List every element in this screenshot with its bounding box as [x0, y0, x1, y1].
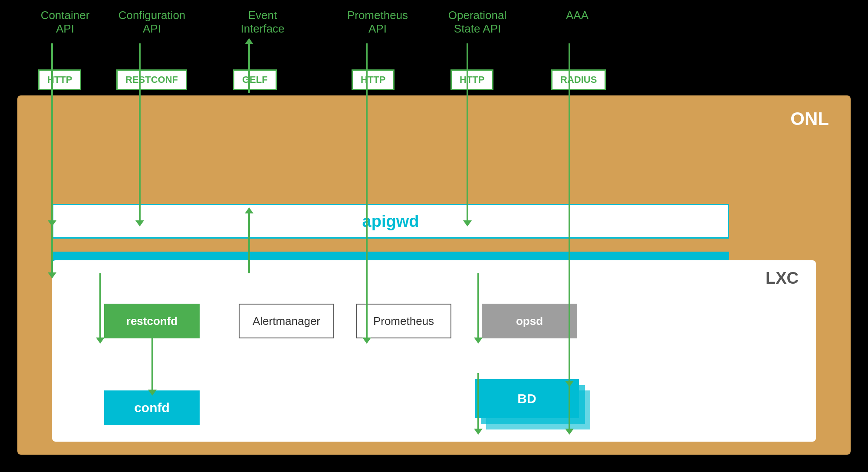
api-label-prometheus: Prometheus API	[343, 9, 412, 36]
alertmanager-box: Alertmanager	[239, 304, 334, 338]
radius-label: RADIUS	[560, 74, 597, 85]
event-interface-text: Event Interface	[230, 9, 295, 36]
api-label-aaa: AAA	[556, 9, 599, 22]
arrow-apigwd-to-ctrld	[51, 221, 53, 273]
bd-box-1: BD	[475, 379, 579, 418]
arrow-ctrld-to-restconfd	[99, 273, 101, 338]
api-label-container: Container API	[35, 9, 95, 36]
configuration-api-text: Configuration API	[117, 9, 187, 36]
http2-label: HTTP	[361, 74, 385, 85]
arrow-opsd-to-bd	[477, 373, 479, 429]
arrow-ctrld-to-opsd	[477, 273, 479, 338]
api-label-configuration: Configuration API	[117, 9, 187, 36]
http2-box: HTTP	[352, 69, 395, 90]
lxc-section: LXC restconfd Alertmanager Prometheus op…	[52, 260, 816, 442]
api-label-event: Event Interface	[230, 9, 295, 36]
prometheus-api-text: Prometheus API	[343, 9, 412, 36]
lxc-label: LXC	[766, 269, 799, 288]
arrow-ctrld-event-up	[248, 213, 250, 273]
opsd-box: opsd	[482, 304, 577, 338]
bd-label: BD	[517, 391, 536, 406]
restconf-box: RESTCONF	[116, 69, 187, 90]
restconfd-label: restconfd	[126, 315, 178, 328]
bd-stack: BD	[473, 377, 595, 438]
alertmanager-label: Alertmanager	[253, 315, 320, 328]
aaa-text: AAA	[566, 9, 589, 22]
http3-label: HTTP	[460, 74, 484, 85]
arrow-ctrld-to-prometheus	[366, 273, 368, 338]
opsd-label: opsd	[516, 315, 543, 328]
arrow-operational-api	[467, 43, 468, 221]
confd-box: confd	[104, 390, 200, 425]
onl-section: ONL apigwd Container API (ctrld) LXC res…	[17, 95, 851, 455]
apigwd-box: apigwd	[52, 204, 729, 239]
http3-box: HTTP	[450, 69, 493, 90]
radius-box: RADIUS	[551, 69, 606, 90]
confd-label: confd	[134, 400, 170, 415]
arrow-aaa	[569, 43, 570, 382]
restconf-label: RESTCONF	[125, 74, 178, 85]
http1-box: HTTP	[38, 69, 81, 90]
container-api-text: Container API	[35, 9, 95, 36]
gelf-box: GELF	[233, 69, 277, 90]
arrow-container-api	[51, 43, 53, 221]
arrow-aaa-to-bd	[569, 382, 570, 429]
onl-label: ONL	[790, 108, 829, 129]
operational-state-api-text: Operational State API	[438, 9, 516, 36]
apigwd-label: apigwd	[362, 212, 419, 231]
arrow-event-up	[248, 43, 250, 93]
prometheus-box: Prometheus	[356, 304, 451, 338]
arrow-restconfd-confd	[151, 338, 153, 390]
api-label-operational: Operational State API	[438, 9, 516, 36]
restconfd-box: restconfd	[104, 304, 200, 338]
gelf-label: GELF	[242, 74, 268, 85]
prometheus-label: Prometheus	[373, 315, 434, 328]
arrow-config-api	[139, 43, 141, 221]
